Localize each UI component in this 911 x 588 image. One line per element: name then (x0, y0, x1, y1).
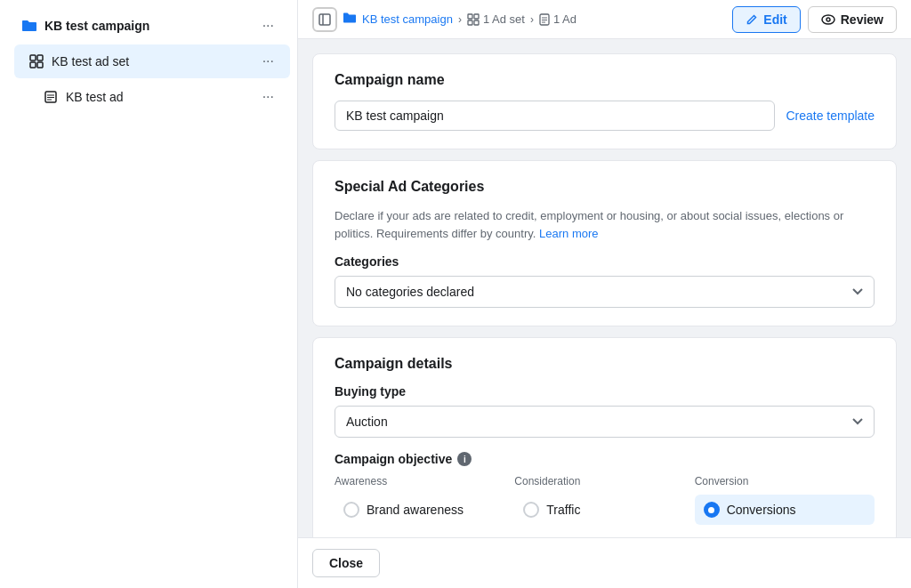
objective-col-consideration: Consideration Traffic (514, 475, 694, 525)
review-button[interactable]: Review (808, 6, 897, 33)
breadcrumb-adset-icon (467, 13, 480, 26)
close-button[interactable]: Close (312, 549, 380, 577)
content-area: Campaign name Create template Special Ad… (298, 39, 911, 537)
breadcrumb-adset-label: 1 Ad set (483, 12, 525, 26)
ad-icon (43, 89, 59, 105)
objective-col-consideration-header: Consideration (514, 475, 694, 487)
svg-rect-0 (30, 55, 36, 60)
special-ad-categories-card: Special Ad Categories Declare if your ad… (312, 160, 897, 326)
breadcrumb: KB test campaign › 1 Ad set › (312, 7, 576, 32)
svg-rect-8 (319, 14, 330, 25)
objective-col-conversion: Conversion Conversions (695, 475, 875, 525)
breadcrumb-campaign-label: KB test campaign (362, 12, 453, 26)
special-ad-description: Declare if your ads are related to credi… (335, 207, 875, 242)
campaign-objective-info-icon[interactable]: i (457, 452, 472, 466)
objective-col-awareness-header: Awareness (335, 475, 514, 487)
svg-point-19 (826, 18, 830, 21)
sidebar-adset-left: KB test ad set (28, 53, 129, 69)
svg-rect-11 (474, 14, 479, 19)
campaign-objective-row: Campaign objective i (335, 452, 875, 466)
main-area: KB test campaign › 1 Ad set › (298, 0, 911, 588)
learn-more-link[interactable]: Learn more (539, 227, 598, 240)
toggle-icon (318, 13, 331, 26)
svg-rect-2 (30, 62, 36, 68)
objective-traffic-label: Traffic (546, 503, 580, 517)
adset-dots-menu[interactable]: ··· (257, 52, 279, 71)
breadcrumb-sep-2: › (530, 13, 534, 26)
objective-option-traffic[interactable]: Traffic (514, 495, 694, 525)
create-template-link[interactable]: Create template (786, 109, 875, 123)
categories-label: Categories (335, 254, 875, 269)
topbar: KB test campaign › 1 Ad set › (298, 0, 911, 39)
campaign-dots-menu[interactable]: ··· (257, 16, 279, 36)
edit-icon (746, 13, 758, 26)
review-button-label: Review (841, 12, 883, 27)
buying-type-dropdown[interactable]: Auction Reach and Frequency (335, 406, 875, 438)
sidebar-item-ad[interactable]: KB test ad ··· (28, 80, 290, 114)
campaign-details-title: Campaign details (335, 356, 875, 372)
folder-icon (21, 18, 37, 34)
objective-brand-awareness-label: Brand awareness (367, 503, 464, 517)
special-ad-title: Special Ad Categories (335, 179, 875, 195)
sidebar-item-left: KB test campaign (21, 18, 149, 34)
edit-button[interactable]: Edit (732, 6, 800, 33)
svg-rect-13 (474, 20, 479, 25)
sidebar-ad-left: KB test ad (43, 89, 124, 105)
review-icon (821, 14, 835, 25)
campaign-name-card: Campaign name Create template (312, 53, 897, 149)
breadcrumb-campaign-icon (343, 12, 357, 27)
sidebar-toggle-button[interactable] (312, 7, 337, 32)
objective-option-conversions[interactable]: Conversions (695, 495, 875, 525)
objective-col-awareness: Awareness Brand awareness (335, 475, 514, 525)
categories-dropdown[interactable]: No categories declared Credit Employment… (335, 276, 875, 308)
radio-brand-awareness (343, 502, 359, 518)
sidebar-item-campaign[interactable]: KB test campaign ··· (7, 9, 290, 43)
breadcrumb-ad-label: 1 Ad (553, 12, 576, 26)
breadcrumb-ad-icon (539, 13, 550, 26)
breadcrumb-ad[interactable]: 1 Ad (539, 12, 576, 26)
svg-rect-12 (468, 20, 472, 25)
radio-traffic (523, 502, 539, 518)
adset-icon (28, 53, 44, 69)
sidebar-campaign-label: KB test campaign (44, 19, 149, 33)
sidebar-ad-label: KB test ad (66, 90, 124, 104)
campaign-name-row: Create template (335, 101, 875, 131)
edit-button-label: Edit (763, 12, 786, 27)
svg-point-18 (822, 15, 834, 24)
breadcrumb-campaign[interactable]: KB test campaign (343, 12, 453, 27)
campaign-objective-label: Campaign objective (335, 452, 452, 466)
objective-conversions-label: Conversions (727, 503, 796, 517)
sidebar-item-adset[interactable]: KB test ad set ··· (14, 44, 290, 78)
breadcrumb-sep-1: › (458, 13, 462, 26)
campaign-name-input[interactable] (335, 101, 775, 131)
objective-columns: Awareness Brand awareness Consideration … (335, 475, 875, 525)
sidebar-adset-label: KB test ad set (52, 54, 129, 68)
campaign-details-card: Campaign details Buying type Auction Rea… (312, 337, 897, 537)
sidebar: KB test campaign ··· KB test ad set ··· (0, 0, 298, 588)
bottombar: Close (298, 537, 911, 588)
campaign-name-title: Campaign name (335, 72, 875, 88)
ad-dots-menu[interactable]: ··· (257, 87, 279, 107)
buying-type-label: Buying type (335, 384, 875, 399)
breadcrumb-adset[interactable]: 1 Ad set (467, 12, 525, 26)
radio-conversions (704, 502, 720, 518)
svg-rect-1 (37, 55, 43, 60)
svg-rect-3 (37, 62, 43, 68)
objective-col-conversion-header: Conversion (695, 475, 875, 487)
objective-option-brand-awareness[interactable]: Brand awareness (335, 495, 514, 525)
topbar-actions: Edit Review (732, 6, 897, 33)
svg-rect-10 (468, 14, 472, 19)
